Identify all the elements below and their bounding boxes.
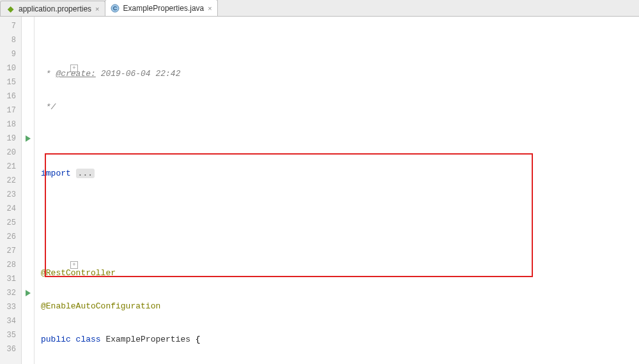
line-number[interactable]: 35	[0, 328, 21, 342]
code-line[interactable]: * @create: 2019-06-04 22:42	[35, 67, 639, 81]
line-number[interactable]: 21	[0, 160, 21, 174]
line-number[interactable]: 9	[0, 47, 21, 61]
line-number[interactable]: 34	[0, 314, 21, 328]
code-area[interactable]: + + * @create: 2019-06-04 22:42 */ impor…	[35, 17, 639, 364]
line-number[interactable]: 28	[0, 258, 21, 272]
code-line[interactable]: */	[35, 100, 639, 114]
code-line[interactable]: @RestController	[35, 266, 639, 280]
run-marker-icon[interactable]	[26, 135, 31, 142]
line-number-gutter: 7 8 9 10 15 16 17 18 19 20 21 22 23 24 2…	[0, 17, 22, 364]
line-number[interactable]: 8	[0, 33, 21, 47]
line-number[interactable]: 27	[0, 244, 21, 258]
close-icon[interactable]: ×	[95, 5, 99, 13]
line-number[interactable]: 20	[0, 146, 21, 160]
code-line[interactable]	[35, 233, 639, 247]
line-number[interactable]: 32	[0, 286, 21, 300]
code-line[interactable]: import ...	[35, 167, 639, 181]
run-marker-icon[interactable]	[26, 290, 31, 296]
line-number[interactable]: 25	[0, 216, 21, 230]
line-number[interactable]: 15	[0, 75, 21, 89]
line-number[interactable]: 24	[0, 202, 21, 216]
code-line[interactable]: @EnableAutoConfiguration	[35, 300, 639, 314]
line-number[interactable]: 17	[0, 103, 21, 118]
line-number[interactable]: 10	[0, 61, 21, 75]
line-number[interactable]: 33	[0, 300, 21, 314]
line-number[interactable]: 26	[0, 230, 21, 244]
line-number[interactable]: 19	[0, 132, 21, 146]
gutter-markers	[22, 17, 35, 364]
line-number[interactable]: 23	[0, 188, 21, 202]
line-number[interactable]: 18	[0, 118, 21, 132]
close-icon[interactable]: ×	[208, 4, 212, 12]
editor-tabs: ◆ application.properties × C ExampleProp…	[0, 0, 639, 17]
code-line[interactable]: public class ExampleProperties {	[35, 333, 639, 347]
tab-label: ExampleProperties.java	[123, 4, 204, 13]
line-number[interactable]: 31	[0, 272, 21, 286]
line-number[interactable]: 16	[0, 89, 21, 103]
editor: 7 8 9 10 15 16 17 18 19 20 21 22 23 24 2…	[0, 17, 639, 364]
tab-application-properties[interactable]: ◆ application.properties ×	[0, 1, 105, 16]
tab-example-properties-java[interactable]: C ExampleProperties.java ×	[105, 0, 218, 16]
line-number[interactable]: 7	[0, 19, 21, 33]
svg-text:C: C	[112, 5, 117, 11]
line-number[interactable]: 22	[0, 174, 21, 188]
code-line[interactable]	[35, 133, 639, 148]
code-line[interactable]	[35, 200, 639, 214]
tab-label: application.properties	[19, 4, 91, 13]
properties-icon: ◆	[6, 4, 15, 13]
line-number[interactable]: 36	[0, 342, 21, 356]
java-class-icon: C	[111, 4, 119, 13]
